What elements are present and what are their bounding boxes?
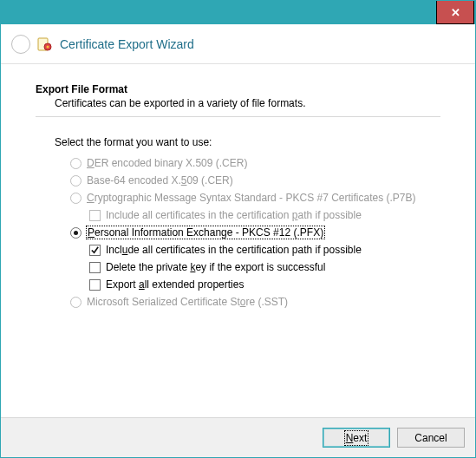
radio-icon [70, 175, 82, 186]
checkbox-icon [89, 245, 101, 256]
option-der: DER encoded binary X.509 (.CER) [70, 157, 440, 169]
radio-icon [70, 227, 82, 239]
option-sst-label: Microsoft Serialized Certificate Store (… [87, 296, 288, 308]
option-pfx-extended-props[interactable]: Export all extended properties [89, 278, 440, 291]
checkbox-icon [89, 279, 101, 291]
certificate-icon [37, 36, 53, 52]
radio-icon [70, 158, 82, 169]
wizard-footer: Next Cancel [1, 417, 475, 457]
checkbox-icon [89, 210, 101, 221]
option-base64: Base-64 encoded X.509 (.CER) [70, 174, 440, 186]
section-heading: Export File Format [36, 83, 440, 95]
option-pfx-include-path[interactable]: Include all certificates in the certific… [89, 244, 440, 256]
cancel-button[interactable]: Cancel [397, 428, 465, 448]
option-der-label: DER encoded binary X.509 (.CER) [87, 157, 247, 169]
close-icon: ✕ [451, 6, 460, 19]
option-p7b-include-path-label: Include all certificates in the certific… [106, 209, 362, 221]
next-button[interactable]: Next [323, 428, 390, 448]
option-pfx-label: Personal Information Exchange - PKCS #12… [87, 226, 324, 239]
option-p7b-label: Cryptographic Message Syntax Standard - … [87, 192, 416, 204]
format-options: DER encoded binary X.509 (.CER) Base-64 … [70, 157, 440, 308]
option-p7b: Cryptographic Message Syntax Standard - … [70, 192, 440, 204]
option-pfx-delete-key[interactable]: Delete the private key if the export is … [89, 261, 440, 273]
radio-icon [70, 193, 82, 204]
section-description: Certificates can be exported in a variet… [55, 97, 440, 109]
option-pfx-include-path-label: Include all certificates in the certific… [106, 244, 362, 256]
wizard-content: Export File Format Certificates can be e… [1, 64, 475, 417]
option-base64-label: Base-64 encoded X.509 (.CER) [87, 174, 233, 186]
option-p7b-include-path: Include all certificates in the certific… [89, 209, 440, 221]
divider [36, 116, 440, 117]
option-pfx[interactable]: Personal Information Exchange - PKCS #12… [70, 226, 440, 239]
option-pfx-extended-props-label: Export all extended properties [106, 278, 244, 291]
format-prompt: Select the format you want to use: [55, 136, 440, 148]
radio-icon [70, 297, 82, 308]
titlebar: ✕ [1, 1, 475, 24]
svg-point-2 [47, 45, 49, 48]
close-button[interactable]: ✕ [436, 1, 474, 24]
back-button[interactable] [11, 35, 30, 54]
option-sst: Microsoft Serialized Certificate Store (… [70, 296, 440, 308]
option-pfx-delete-key-label: Delete the private key if the export is … [106, 261, 325, 273]
wizard-header: Certificate Export Wizard [1, 24, 475, 64]
wizard-window: ✕ Certificate Export Wizard Export File … [0, 0, 476, 458]
checkbox-icon [89, 262, 101, 273]
wizard-title: Certificate Export Wizard [60, 37, 194, 51]
